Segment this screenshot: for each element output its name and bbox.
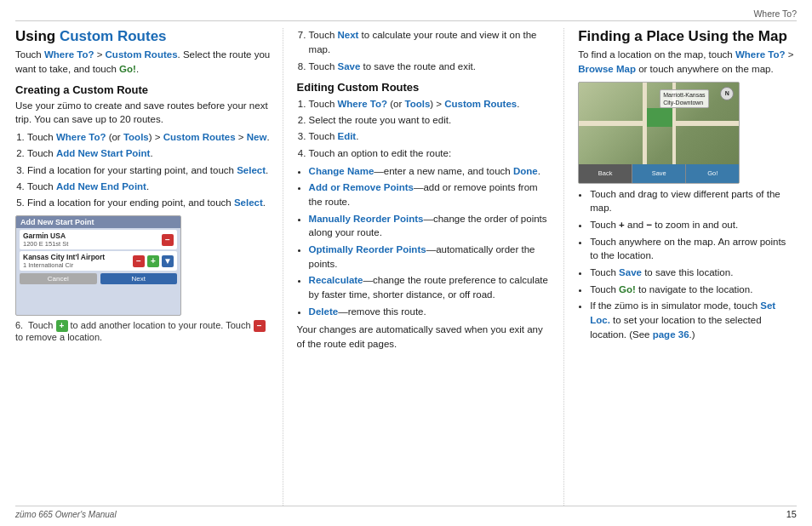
- page-number: 15: [786, 509, 797, 519]
- route-item-1-name: Garmin USA: [23, 232, 159, 240]
- map-compass: N: [720, 87, 734, 100]
- step-4: Touch Add New End Point.: [27, 180, 271, 194]
- tools-link-step1[interactable]: Tools: [123, 132, 149, 142]
- custom-routes-link-step1[interactable]: Custom Routes: [163, 132, 236, 142]
- minus-symbol: −: [646, 220, 652, 230]
- save-link-step8[interactable]: Save: [337, 61, 360, 71]
- finding-place-title: Finding a Place Using the Map: [578, 28, 797, 45]
- map-marriott-label: Marriott-KansasCity-Downtown: [660, 89, 708, 108]
- down-item-button[interactable]: ▼: [162, 255, 174, 267]
- editing-steps: Touch Where To? (or Tools) > Custom Rout…: [297, 97, 552, 161]
- middle-column: Touch Next to calculate your route and v…: [297, 28, 565, 506]
- main-title: Using Custom Routes: [15, 28, 271, 45]
- steps-continued: Touch Next to calculate your route and v…: [297, 28, 552, 74]
- manually-reorder-option: Manually Reorder Points—change the order…: [309, 212, 552, 240]
- next-link-step7[interactable]: Next: [337, 30, 358, 40]
- footer-manual-name: zümo 665 Owner's Manual: [15, 510, 117, 519]
- map-go-button[interactable]: Go!: [686, 164, 739, 183]
- route-item-1-text: Garmin USA 1200 E 151st St: [23, 232, 159, 248]
- recalculate-link[interactable]: Recalculate: [309, 275, 363, 285]
- custom-routes-link-edit1[interactable]: Custom Routes: [444, 99, 517, 109]
- tools-link-edit1[interactable]: Tools: [405, 99, 431, 109]
- add-location-icon: +: [56, 320, 68, 332]
- plus-symbol: +: [619, 220, 625, 230]
- left-column: Using Custom Routes Touch Where To? > Cu…: [15, 28, 283, 506]
- delete-link[interactable]: Delete: [309, 306, 339, 317]
- edit-link-step3[interactable]: Edit: [337, 131, 356, 141]
- cancel-button[interactable]: Cancel: [20, 273, 97, 284]
- edit-step-3: Touch Edit.: [309, 129, 552, 144]
- browse-map-link[interactable]: Browse Map: [578, 64, 636, 74]
- tip-go: Touch Go! to navigate to the location.: [590, 283, 797, 297]
- editing-options: Change Name—enter a new name, and touch …: [297, 164, 552, 319]
- tip-set-loc: If the zümo is in simulator mode, touch …: [590, 299, 797, 341]
- map-green-block: [647, 108, 672, 127]
- page: Where To? Using Custom Routes Touch Wher…: [0, 0, 812, 526]
- add-new-start-point-link[interactable]: Add New Start Point: [56, 148, 151, 158]
- map-screenshot: Marriott-KansasCity-Downtown N Back Save…: [578, 82, 740, 184]
- route-item-2-addr: 1 International Cir: [23, 261, 130, 269]
- select-link-step5[interactable]: Select: [234, 197, 263, 208]
- creating-description: Use your zümo to create and save routes …: [15, 99, 271, 127]
- header-where-to: Where To?: [753, 9, 797, 19]
- editing-title: Editing Custom Routes: [297, 81, 552, 94]
- go-link-right[interactable]: Go!: [619, 284, 636, 294]
- route-screenshot-title: Add New Start Point: [20, 218, 94, 226]
- map-tips: Touch and drag to view different parts o…: [578, 187, 797, 342]
- custom-routes-link-1[interactable]: Custom Routes: [106, 49, 178, 60]
- columns: Using Custom Routes Touch Where To? > Cu…: [15, 28, 797, 506]
- edit-step-4: Touch an option to edit the route:: [309, 146, 552, 161]
- creating-subtitle: Creating a Custom Route: [15, 83, 271, 96]
- step-3: Find a location for your starting point,…: [27, 163, 271, 178]
- delete-option: Delete—remove this route.: [309, 305, 552, 319]
- step-1: Touch Where To? (or Tools) > Custom Rout…: [27, 130, 271, 145]
- where-to-link-right[interactable]: Where To?: [735, 49, 786, 60]
- add-remove-points-option: Add or Remove Points—add or remove point…: [309, 180, 552, 209]
- where-to-link-1[interactable]: Where To?: [44, 49, 94, 60]
- set-loc-link[interactable]: Set Loc.: [590, 300, 775, 325]
- go-link-1[interactable]: Go!: [119, 64, 136, 74]
- page-header: Where To?: [15, 9, 797, 21]
- optimally-reorder-option: Optimally Reorder Points—automatically o…: [309, 243, 552, 271]
- where-to-link-edit1[interactable]: Where To?: [337, 99, 387, 109]
- step-8: Touch Save to save the route and exit.: [309, 60, 552, 74]
- screenshot-button-row: Cancel Next: [20, 273, 177, 284]
- remove-item-2-button[interactable]: −: [133, 255, 145, 267]
- where-to-link-step1[interactable]: Where To?: [56, 132, 106, 142]
- select-link-step3[interactable]: Select: [237, 165, 266, 175]
- map-save-button[interactable]: Save: [632, 164, 686, 183]
- new-link-step1[interactable]: New: [247, 132, 267, 142]
- step-7: Touch Next to calculate your route and v…: [309, 28, 552, 58]
- creating-steps: Touch Where To? (or Tools) > Custom Rout…: [15, 130, 271, 210]
- route-title-bar: Add New Start Point: [16, 216, 180, 228]
- page-36-link[interactable]: page 36: [653, 329, 689, 340]
- change-name-link[interactable]: Change Name: [309, 166, 375, 176]
- add-remove-points-link[interactable]: Add or Remove Points: [309, 182, 414, 192]
- right-column: Finding a Place Using the Map To find a …: [578, 28, 797, 506]
- step-6-caption: 6. Touch + to add another location to yo…: [15, 320, 271, 342]
- route-item-2: Kansas City Int'l Airport 1 Internationa…: [20, 251, 177, 271]
- next-button[interactable]: Next: [100, 273, 178, 284]
- add-new-end-point-link[interactable]: Add New End Point: [56, 181, 146, 192]
- step-2: Touch Add New Start Point.: [27, 146, 271, 161]
- route-item-1-addr: 1200 E 151st St: [23, 240, 159, 248]
- remove-item-1-button[interactable]: −: [162, 234, 174, 246]
- step-5: Find a location for your ending point, a…: [27, 196, 271, 210]
- edit-step-1: Touch Where To? (or Tools) > Custom Rout…: [309, 97, 552, 111]
- tip-save: Touch Save to save this location.: [590, 266, 797, 280]
- change-name-option: Change Name—enter a new name, and touch …: [309, 164, 552, 179]
- tip-zoom: Touch + and − to zoom in and out.: [590, 218, 797, 232]
- add-item-button[interactable]: +: [147, 255, 159, 267]
- optimally-reorder-link[interactable]: Optimally Reorder Points: [309, 244, 426, 254]
- route-item-2-text: Kansas City Int'l Airport 1 Internationa…: [23, 253, 130, 269]
- map-back-button[interactable]: Back: [579, 164, 632, 183]
- edit-step-2: Select the route you want to edit.: [309, 113, 552, 128]
- route-screenshot: Add New Start Point Garmin USA 1200 E 15…: [15, 215, 181, 316]
- save-link-right[interactable]: Save: [619, 267, 642, 277]
- finding-place-intro: To find a location on the map, touch Whe…: [578, 48, 797, 76]
- route-item-1: Garmin USA 1200 E 151st St −: [20, 230, 177, 249]
- manually-reorder-link[interactable]: Manually Reorder Points: [309, 214, 424, 224]
- done-link[interactable]: Done: [513, 166, 538, 176]
- route-item-2-name: Kansas City Int'l Airport: [23, 253, 130, 261]
- intro-paragraph: Touch Where To? > Custom Routes. Select …: [15, 48, 271, 76]
